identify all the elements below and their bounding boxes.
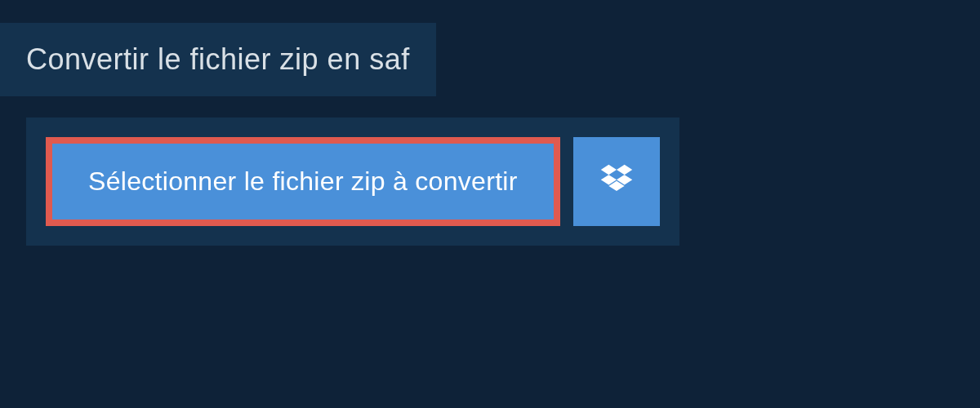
header-bar: Convertir le fichier zip en saf (0, 23, 436, 96)
select-file-button[interactable]: Sélectionner le fichier zip à convertir (46, 137, 560, 226)
action-panel: Sélectionner le fichier zip à convertir (26, 118, 679, 246)
dropbox-icon (599, 162, 635, 201)
page-title: Convertir le fichier zip en saf (26, 42, 410, 77)
dropbox-button[interactable] (573, 137, 660, 226)
